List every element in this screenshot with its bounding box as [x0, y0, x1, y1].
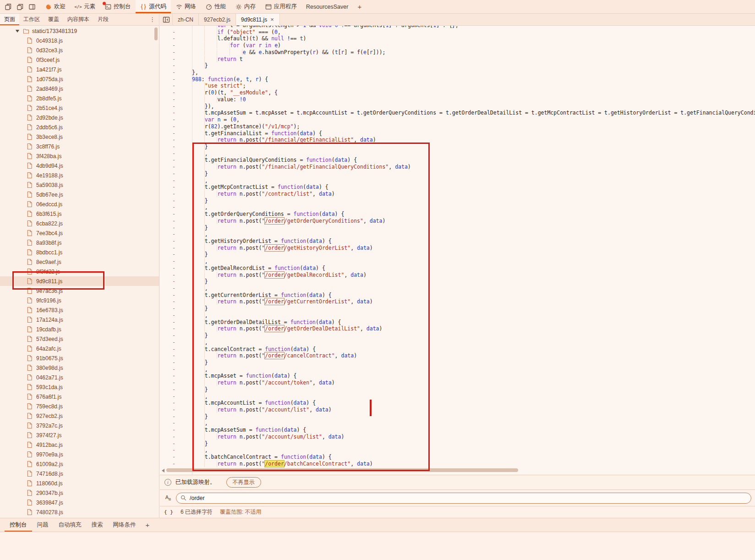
- gutter-marker[interactable]: -: [160, 434, 192, 440]
- code-text[interactable]: ,: [192, 258, 208, 264]
- gutter-marker[interactable]: -: [160, 278, 192, 285]
- code-text[interactable]: return n.post("/account/token", data): [192, 379, 335, 386]
- gutter-marker[interactable]: -: [160, 285, 192, 292]
- gutter-marker[interactable]: -: [160, 359, 192, 366]
- gutter-marker[interactable]: -: [160, 373, 192, 379]
- file-tree-item[interactable]: 5db67ee.js: [0, 190, 159, 199]
- devtools-tab-elements[interactable]: </>元素: [70, 0, 100, 13]
- devtools-tab-performance[interactable]: 性能: [201, 0, 230, 13]
- gutter-marker[interactable]: -: [160, 312, 192, 319]
- code-text[interactable]: t.getFinancialQueryConditions = function…: [192, 157, 357, 163]
- file-tree-item[interactable]: 64a2afc.js: [0, 344, 159, 353]
- file-tree-item[interactable]: 8a93b8f.js: [0, 238, 159, 247]
- code-text[interactable]: t.mcpAssetSum = function(data) {: [192, 427, 306, 433]
- code-text[interactable]: return n.post("/order/getHistoryOrderLis…: [192, 245, 373, 251]
- code-text[interactable]: var t = arguments.length > 1 && void 0 !…: [192, 26, 459, 28]
- file-tree-item[interactable]: 676a6f1.js: [0, 392, 159, 401]
- file-tree-item[interactable]: 3792a7c.js: [0, 421, 159, 430]
- code-text[interactable]: e && e.hasOwnProperty(r) && (t[r] = f(e[…: [192, 49, 386, 55]
- gutter-marker[interactable]: -: [160, 89, 192, 96]
- gutter-marker[interactable]: -: [160, 325, 192, 332]
- file-tree-item[interactable]: 1a421f7.js: [0, 65, 159, 74]
- code-text[interactable]: return n.post("/order/getOrderDealDetail…: [192, 325, 382, 332]
- gutter-marker[interactable]: -: [160, 231, 192, 238]
- gutter-marker[interactable]: -: [160, 42, 192, 49]
- code-text[interactable]: r(0)(t, "__esModule", {: [192, 89, 278, 96]
- code-text[interactable]: }: [192, 143, 208, 150]
- gutter-marker[interactable]: -: [160, 386, 192, 393]
- gutter-marker[interactable]: -: [160, 157, 192, 164]
- code-text[interactable]: if ("object" === (0,: [192, 29, 281, 35]
- code-text[interactable]: }: [192, 62, 208, 69]
- gutter-marker[interactable]: -: [160, 177, 192, 184]
- drawer-tab-问题[interactable]: 问题: [32, 518, 54, 532]
- gutter-marker[interactable]: -: [160, 298, 192, 305]
- file-tree-item[interactable]: 17a124a.js: [0, 315, 159, 324]
- file-tree-item[interactable]: 5a59038.js: [0, 180, 159, 190]
- code-text[interactable]: }: [192, 278, 208, 285]
- gutter-marker[interactable]: -: [160, 69, 192, 76]
- gutter-marker[interactable]: -: [160, 170, 192, 177]
- gutter-marker[interactable]: -: [160, 440, 192, 447]
- devtools-tab-sources[interactable]: 源代码: [136, 0, 171, 13]
- code-text[interactable]: t.getFinancialList = function(data) {: [192, 130, 322, 137]
- file-tree-item[interactable]: 3b3ece8.js: [0, 132, 159, 142]
- gutter-marker[interactable]: -: [160, 211, 192, 218]
- file-tree-item[interactable]: 74716d8.js: [0, 469, 159, 478]
- gutter-marker[interactable]: -: [160, 461, 192, 467]
- file-tree-item[interactable]: 1d075da.js: [0, 74, 159, 84]
- code-text[interactable]: return n.post("/account/sum/list", data): [192, 434, 344, 440]
- code-text[interactable]: t.cancelContract = function(data) {: [192, 346, 316, 352]
- gutter-marker[interactable]: -: [160, 137, 192, 143]
- file-tree-item[interactable]: 4db9d94.js: [0, 161, 159, 170]
- gutter-marker[interactable]: -: [160, 198, 192, 204]
- devtools-tab-console[interactable]: 控制台: [100, 0, 136, 13]
- file-tree-item[interactable]: 759ec8d.js: [0, 401, 159, 411]
- navigator-tab-页面[interactable]: 页面: [0, 14, 19, 25]
- code-text[interactable]: l.default)(t) && null !== t): [192, 35, 306, 42]
- chevron-down-icon[interactable]: [16, 30, 19, 33]
- file-tree-item[interactable]: 0f3ceef.js: [0, 55, 159, 65]
- file-tree-item[interactable]: 9e7ac36.js: [0, 286, 159, 296]
- navigator-tab-覆盖[interactable]: 覆盖: [44, 14, 63, 25]
- file-tree-item[interactable]: 3c8ff76.js: [0, 142, 159, 151]
- gutter-marker[interactable]: -: [160, 413, 192, 420]
- gutter-marker[interactable]: -: [160, 346, 192, 353]
- file-tree-item[interactable]: 4912bac.js: [0, 440, 159, 450]
- gutter-marker[interactable]: -: [160, 218, 192, 225]
- gutter-marker[interactable]: -: [160, 110, 192, 116]
- toggle-navigator-icon[interactable]: [160, 14, 173, 25]
- code-text[interactable]: ,: [192, 393, 208, 400]
- code-text[interactable]: t.getHistoryOrderList = function(data) {: [192, 238, 332, 244]
- code-text[interactable]: "use strict";: [192, 82, 246, 89]
- gutter-marker[interactable]: -: [160, 204, 192, 211]
- code-text[interactable]: for (var r in e): [192, 42, 281, 49]
- gutter-marker[interactable]: -: [160, 96, 192, 103]
- file-tree-item[interactable]: 7480278.js: [0, 507, 159, 517]
- gutter-marker[interactable]: -: [160, 123, 192, 130]
- code-text[interactable]: 988: function(e, t, r) {: [192, 76, 268, 82]
- file-tree-item[interactable]: 3f428ba.js: [0, 151, 159, 161]
- file-tree-item[interactable]: 7ee3bc4.js: [0, 228, 159, 238]
- file-tree-item[interactable]: 3639847.js: [0, 498, 159, 507]
- navigator-tab-内容脚本[interactable]: 内容脚本: [63, 14, 93, 25]
- code-text[interactable]: }: [192, 225, 208, 231]
- code-text[interactable]: return n.post("/order/getOrderQueryCondi…: [192, 218, 385, 224]
- code-text[interactable]: }: [192, 359, 208, 366]
- gutter-marker[interactable]: -: [160, 164, 192, 170]
- gutter-marker[interactable]: -: [160, 272, 192, 279]
- gutter-marker[interactable]: -: [160, 379, 192, 386]
- cascade-icon[interactable]: [16, 2, 25, 11]
- file-tree-item[interactable]: 16e6783.js: [0, 305, 159, 315]
- code-text[interactable]: ,: [192, 285, 208, 291]
- code-text[interactable]: }: [192, 251, 208, 258]
- editor-tab-927ecb2.js[interactable]: 927ecb2.js: [199, 14, 236, 25]
- gutter-marker[interactable]: -: [160, 332, 192, 339]
- gutter-marker[interactable]: -: [160, 130, 192, 137]
- file-tree-item[interactable]: 2ddb5c6.js: [0, 122, 159, 132]
- gutter-marker[interactable]: -: [160, 29, 192, 36]
- gutter-marker[interactable]: -: [160, 184, 192, 191]
- pages-icon[interactable]: [4, 2, 13, 11]
- gutter-marker[interactable]: -: [160, 305, 192, 312]
- file-tree-item[interactable]: 2ad8469.js: [0, 84, 159, 93]
